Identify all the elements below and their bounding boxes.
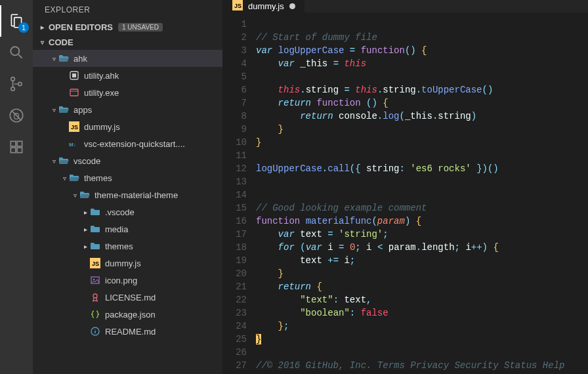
folder-closed-icon — [89, 206, 101, 218]
search-activity[interactable] — [0, 37, 33, 68]
js-icon: JS — [68, 121, 80, 133]
tree-item-label: vscode — [74, 156, 217, 166]
folder-open-icon — [79, 189, 91, 201]
git-icon — [8, 75, 25, 93]
tree-item-label: README.md — [105, 327, 217, 337]
workspace-label: CODE — [49, 37, 74, 47]
open-editors-section[interactable]: ▸ OPEN EDITORS 1 UNSAVED — [33, 20, 222, 35]
svg-rect-10 — [72, 73, 76, 77]
editor-tab[interactable]: JS dummy.js — [223, 0, 305, 12]
tab-label: dummy.js — [248, 1, 284, 11]
svg-text:M↓: M↓ — [69, 142, 76, 148]
tree-item-label: themes — [84, 173, 217, 183]
chevron-down-icon: ▿ — [60, 175, 68, 182]
img-icon — [89, 274, 101, 286]
folder-item[interactable]: ▿ahk — [33, 50, 222, 67]
tree-item-label: .vscode — [105, 207, 217, 217]
chevron-down-icon: ▿ — [50, 55, 58, 62]
chevron-right-icon: ▸ — [81, 209, 89, 216]
debug-activity[interactable] — [0, 100, 33, 131]
folder-item[interactable]: ▿apps — [33, 101, 222, 118]
svg-text:JS: JS — [71, 124, 78, 131]
svg-point-2 — [11, 87, 14, 91]
workspace-section[interactable]: ▿ CODE — [33, 35, 222, 50]
chevron-down-icon: ▿ — [71, 192, 79, 199]
file-item[interactable]: JSdummy.js — [33, 118, 222, 135]
extensions-activity[interactable] — [0, 131, 33, 163]
sidebar-title: EXPLORER — [33, 0, 222, 20]
folder-closed-icon — [89, 240, 101, 252]
js-icon: JS — [232, 0, 243, 12]
tree-item-label: theme-material-theme — [94, 190, 217, 200]
file-item[interactable]: LICENSE.md — [33, 289, 222, 306]
no-bug-icon — [8, 107, 25, 124]
json-icon — [89, 308, 101, 320]
folder-item[interactable]: ▿theme-material-theme — [33, 186, 222, 203]
tree-item-label: dummy.js — [84, 122, 217, 132]
folder-open-icon — [58, 155, 70, 167]
tree-item-label: media — [105, 224, 217, 234]
scm-activity[interactable] — [0, 68, 33, 100]
tree-item-label: dummy.js — [105, 259, 217, 268]
tab-bar: JS dummy.js — [223, 0, 588, 12]
chevron-down-icon: ▿ — [38, 39, 46, 46]
tree-item-label: apps — [74, 105, 217, 115]
js-icon: JS — [89, 257, 101, 269]
svg-point-1 — [11, 77, 14, 81]
tree-item-label: package.json — [105, 310, 217, 320]
svg-point-19 — [93, 294, 97, 298]
tree-item-label: utility.exe — [84, 88, 217, 98]
chevron-right-icon: ▸ — [38, 24, 46, 31]
folder-item[interactable]: ▿vscode — [33, 152, 222, 169]
svg-rect-8 — [17, 141, 22, 146]
folder-open-icon — [68, 172, 80, 184]
file-item[interactable]: utility.exe — [33, 84, 222, 101]
folder-item[interactable]: ▸themes — [33, 238, 222, 255]
svg-rect-5 — [10, 141, 16, 146]
ahk-icon — [68, 70, 80, 81]
folder-item[interactable]: ▸media — [33, 220, 222, 238]
license-icon — [89, 291, 101, 303]
chevron-down-icon: ▿ — [50, 106, 58, 114]
chevron-down-icon: ▿ — [50, 157, 58, 165]
exe-icon — [68, 87, 80, 98]
tree-item-label: ahk — [74, 54, 217, 64]
file-item[interactable]: M↓vsc-extension-quickstart.... — [33, 135, 222, 152]
file-item[interactable]: JSdummy.js — [33, 255, 222, 272]
explorer-activity[interactable]: 1 — [0, 5, 33, 37]
explorer-sidebar: EXPLORER ▸ OPEN EDITORS 1 UNSAVED ▿ CODE… — [33, 0, 223, 374]
tree-item-label: vsc-extension-quickstart.... — [84, 139, 217, 149]
folder-open-icon — [58, 104, 70, 115]
svg-rect-7 — [17, 148, 22, 153]
file-item[interactable]: package.json — [33, 306, 222, 323]
activity-bar: 1 — [0, 0, 33, 374]
editor-area: JS dummy.js 1234567891011121314151617181… — [223, 0, 588, 374]
svg-point-3 — [18, 82, 22, 85]
search-icon — [8, 44, 25, 61]
tree-item-label: LICENSE.md — [105, 293, 217, 302]
svg-rect-6 — [10, 148, 16, 153]
tree-item-label: themes — [105, 241, 217, 251]
file-item[interactable]: utility.ahk — [33, 67, 222, 84]
svg-point-0 — [10, 47, 19, 55]
line-gutter: 1234567891011121314151617181920212223242… — [223, 12, 256, 374]
svg-rect-11 — [70, 89, 78, 96]
file-item[interactable]: README.md — [33, 323, 222, 340]
dirty-indicator-icon — [289, 3, 295, 9]
extensions-icon — [8, 138, 25, 156]
explorer-badge: 1 — [18, 22, 29, 33]
app-root: 1 EXPLORER ▸ OPEN EDITORS 1 UNSAVED ▿ CO… — [0, 0, 588, 374]
chevron-right-icon: ▸ — [81, 243, 89, 250]
file-tree: ▿ahkutility.ahkutility.exe▿appsJSdummy.j… — [33, 50, 222, 340]
md2-icon: M↓ — [68, 138, 80, 150]
editor-body[interactable]: 1234567891011121314151617181920212223242… — [223, 12, 588, 374]
unsaved-badge: 1 UNSAVED — [118, 23, 163, 31]
code-content[interactable]: // Start of dummy filevar logUpperCase =… — [256, 12, 564, 374]
folder-item[interactable]: ▸.vscode — [33, 203, 222, 220]
folder-open-icon — [58, 52, 70, 64]
chevron-right-icon: ▸ — [81, 226, 89, 233]
file-item[interactable]: icon.png — [33, 272, 222, 289]
folder-item[interactable]: ▿themes — [33, 169, 222, 186]
info-icon — [89, 325, 101, 337]
open-editors-label: OPEN EDITORS — [49, 22, 113, 32]
